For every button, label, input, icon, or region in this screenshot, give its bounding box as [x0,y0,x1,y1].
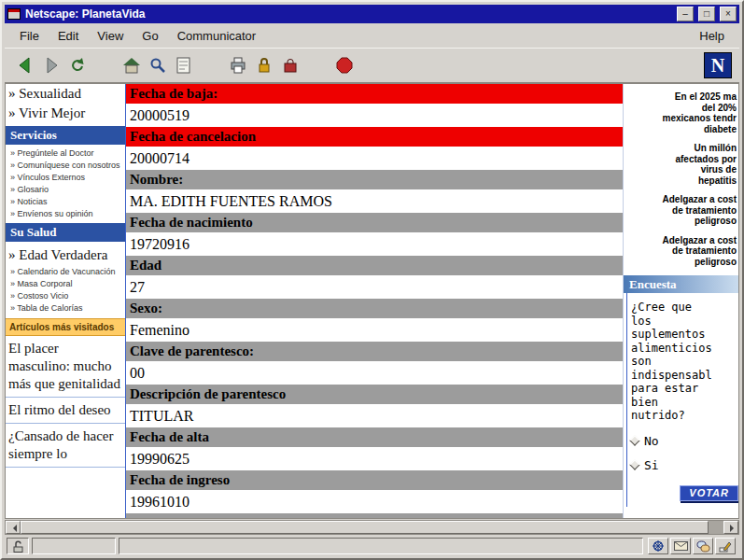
news-headline[interactable]: Un millón afectados por virus de hepatit… [626,143,737,186]
sidebar-link[interactable]: » Envíenos su opinión [6,208,125,220]
menu-item[interactable]: File [10,25,49,47]
composer-pen-icon [719,539,732,553]
record-field: Edad 27 [126,256,623,299]
status-message [119,538,643,554]
field-value: 19990625 [126,447,623,470]
mailbox-button[interactable] [670,538,691,554]
record-field: Nombre: MA. EDITH FUENTES RAMOS [126,170,623,213]
home-button[interactable] [119,52,145,78]
stop-button[interactable] [331,52,358,78]
news-headline[interactable]: En el 2025 ma del 20% mexicanos tendr di… [626,91,737,134]
browser-viewport: » Sexualidad » Vivir Mejor Servicios » P… [5,83,739,519]
mailbox-envelope-icon [674,540,688,552]
encuesta-header: Encuesta [624,275,738,293]
guide-button[interactable] [171,52,197,78]
discussions-button[interactable] [693,538,713,554]
forward-button[interactable] [38,52,64,78]
poll-option-label: No [644,435,659,447]
horizontal-scrollbar[interactable] [5,520,739,535]
menu-item[interactable]: View [88,25,133,47]
record-field: Fecha de baja: 20000519 [126,84,623,127]
progress-meter [32,538,116,554]
navigator-wheel-icon [652,539,665,553]
menu-item[interactable]: Edit [49,25,88,47]
field-value: MA. EDITH FUENTES RAMOS [126,189,623,213]
poll-option-label: Si [644,459,659,471]
sidebar-link[interactable]: » Sexualidad [6,84,125,104]
poll-option[interactable]: No [631,435,737,447]
field-label: Fecha de baja: [126,84,623,104]
article-link[interactable]: ¿Cansado de hacer siempre lo [6,424,125,468]
netscape-logo[interactable]: N [704,52,732,78]
servicios-header: Servicios [6,126,125,145]
composer-button[interactable] [715,538,736,554]
servicios-links: » Pregúntele al Doctor » Comuníquese con… [6,147,125,220]
field-label: Fecha de nacimiento [126,213,623,232]
poll-question: ¿Cree que los suplementos alimenticios s… [631,301,737,423]
sidebar-link[interactable]: » Glosario [6,184,125,196]
sidebar-link[interactable]: » Tabla de Calorías [6,302,125,315]
sidebar-link[interactable]: » Vivir Mejor [6,104,125,123]
sidebar-link[interactable]: » Noticias [6,196,125,208]
scroll-right-icon[interactable] [723,521,738,534]
reload-button[interactable] [64,52,91,78]
print-button[interactable] [225,52,251,78]
menu-help[interactable]: Help [690,25,734,47]
back-icon [14,54,36,77]
sidebar-link[interactable]: » Comuníquese con nosotros [6,160,125,172]
susalud-header: Su Salud [6,223,125,242]
record-field: Clave de status [126,513,623,518]
sidebar-link[interactable]: » Calendario de Vacunación [6,266,125,278]
encuesta-body: ¿Cree que los suplementos alimenticios s… [626,293,737,507]
record-field: Descripción de parentesco TITULAR [126,385,623,427]
sidebar-link[interactable]: » Vínculos Externos [6,172,125,184]
field-value: TITULAR [126,404,623,427]
close-button[interactable]: × [720,7,737,21]
poll-option[interactable]: Si [631,459,737,471]
article-link[interactable]: El ritmo del deseo [6,398,125,424]
article-link[interactable]: El placer masculino: mucho más que genit… [6,336,125,398]
print-icon [227,54,249,77]
sidebar-top-links: » Sexualidad » Vivir Mejor [6,84,125,123]
radio-diamond-icon[interactable] [629,435,639,445]
field-value: 27 [126,275,623,299]
radio-diamond-icon[interactable] [629,459,639,469]
sidebar-link[interactable]: » Masa Corporal [6,278,125,290]
record-field: Clave de parentesco: 00 [126,342,623,385]
security-status[interactable] [7,538,29,554]
shop-icon [279,54,302,77]
menu-item[interactable]: Communicator [168,25,266,47]
scrollbar-thumb[interactable] [21,521,709,534]
left-sidebar: » Sexualidad » Vivir Mejor Servicios » P… [6,84,126,518]
edad-verdadera-link[interactable]: » Edad Verdadera [6,245,125,266]
app-icon [7,8,21,20]
minimize-button[interactable]: – [677,7,694,21]
record-field: Fecha de cancelacion 20000714 [126,127,623,170]
field-value: 19961010 [126,490,623,513]
field-label: Clave de status [126,513,623,518]
sidebar-link[interactable]: » Costoso Vicio [6,290,125,302]
field-label: Fecha de alta [126,427,623,447]
shop-button[interactable] [277,52,303,78]
navigator-button[interactable] [648,538,668,554]
record-field: Fecha de ingreso 19961010 [126,470,623,513]
security-lock-icon [253,54,275,77]
security-button[interactable] [251,52,277,78]
field-value: 20000714 [126,147,623,170]
maximize-button[interactable]: □ [698,7,715,21]
menubar: File Edit View Go Communicator Help [5,23,739,48]
news-headline[interactable]: Adelgazar a cost de tratamiento peligros… [626,235,737,268]
field-label: Sexo: [126,299,623,318]
back-button[interactable] [12,52,38,78]
news-headline[interactable]: Adelgazar a cost de tratamiento peligros… [626,194,737,227]
titlebar[interactable]: Netscape: PlanetaVida – □ × [5,5,739,23]
votar-button[interactable]: VOTAR [680,485,738,501]
reload-icon [66,54,89,77]
scroll-left-icon[interactable] [6,521,21,534]
poll-options: No Si [631,435,737,471]
sidebar-link[interactable]: » Pregúntele al Doctor [6,147,125,160]
field-label: Fecha de ingreso [126,470,623,490]
news-list: En el 2025 ma del 20% mexicanos tendr di… [626,91,737,267]
search-button[interactable] [145,52,171,78]
menu-item[interactable]: Go [133,25,167,47]
